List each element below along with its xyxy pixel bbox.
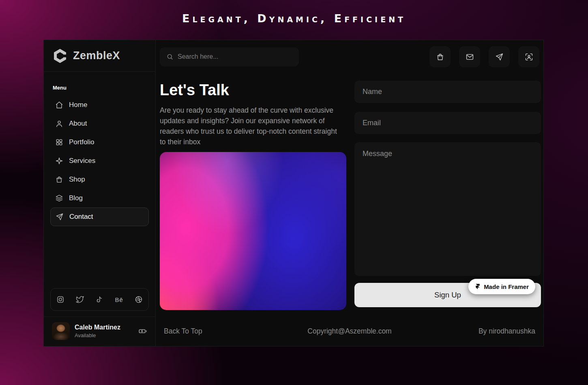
name-field[interactable] bbox=[354, 81, 541, 103]
mail-icon bbox=[466, 53, 474, 61]
copyright-text: Copyright@Aszemble.com bbox=[273, 327, 426, 336]
menu-section-label: Menu bbox=[53, 85, 149, 91]
sidebar-item-contact[interactable]: Contact bbox=[50, 207, 149, 226]
mail-button[interactable] bbox=[459, 46, 480, 67]
sidebar: ZembleX Menu Home About Portfolio bbox=[44, 40, 156, 346]
framer-logo-icon bbox=[475, 284, 481, 289]
email-field[interactable] bbox=[354, 112, 541, 134]
instagram-icon[interactable] bbox=[56, 295, 64, 304]
sidebar-item-label: Services bbox=[69, 157, 95, 165]
dribbble-icon[interactable] bbox=[135, 295, 143, 304]
user-profile: Caleb Martinez Available bbox=[44, 317, 155, 346]
search-box bbox=[160, 47, 299, 66]
sidebar-header: ZembleX bbox=[44, 40, 155, 72]
sidebar-item-blog[interactable]: Blog bbox=[50, 189, 149, 207]
brand-name: ZembleX bbox=[73, 49, 120, 62]
credit-text: By nirodhanushka bbox=[426, 327, 535, 336]
sidebar-item-shop[interactable]: Shop bbox=[50, 170, 149, 189]
submit-area: Sign Up Made in Framer bbox=[354, 283, 541, 307]
profile-status: Available bbox=[75, 332, 120, 338]
user-icon bbox=[55, 120, 63, 128]
sidebar-item-services[interactable]: Services bbox=[50, 152, 149, 170]
layers-icon bbox=[55, 194, 63, 202]
topbar bbox=[160, 46, 540, 67]
scan-user-button[interactable] bbox=[518, 46, 539, 67]
made-in-framer-badge[interactable]: Made in Framer bbox=[468, 279, 535, 294]
topbar-actions bbox=[429, 46, 539, 67]
contact-form: Sign Up Made in Framer bbox=[354, 81, 541, 310]
sidebar-item-about[interactable]: About bbox=[50, 114, 149, 133]
send-icon bbox=[495, 53, 504, 61]
footer: Back To Top Copyright@Aszemble.com By ni… bbox=[160, 327, 540, 346]
home-icon bbox=[55, 101, 63, 109]
search-input[interactable] bbox=[178, 53, 292, 60]
sidebar-item-home[interactable]: Home bbox=[50, 96, 149, 114]
behance-icon[interactable]: Bē bbox=[115, 295, 123, 304]
twitter-icon[interactable] bbox=[76, 295, 84, 304]
social-links: Bē bbox=[50, 288, 149, 311]
send-icon bbox=[56, 213, 64, 221]
hero-gradient-image bbox=[160, 152, 346, 310]
main-content: Let's Talk Are you ready to stay ahead o… bbox=[156, 40, 543, 346]
battery-icon bbox=[138, 327, 147, 336]
sidebar-item-label: Blog bbox=[69, 194, 83, 202]
avatar bbox=[52, 322, 70, 340]
badge-label: Made in Framer bbox=[484, 283, 529, 290]
sidebar-item-label: About bbox=[69, 120, 87, 128]
sidebar-item-label: Home bbox=[69, 101, 87, 109]
cart-button[interactable] bbox=[429, 46, 451, 67]
page-title: Let's Talk bbox=[160, 81, 346, 99]
tiktok-icon[interactable] bbox=[95, 295, 103, 304]
send-button[interactable] bbox=[489, 46, 510, 67]
sidebar-item-label: Portfolio bbox=[69, 138, 94, 146]
sidebar-menu: Menu Home About Portfolio bbox=[44, 72, 155, 226]
sidebar-item-label: Contact bbox=[69, 213, 93, 221]
sparkle-icon bbox=[55, 157, 63, 165]
sidebar-item-label: Shop bbox=[69, 175, 85, 184]
intro-column: Let's Talk Are you ready to stay ahead o… bbox=[160, 81, 346, 310]
back-to-top-link[interactable]: Back To Top bbox=[164, 327, 273, 336]
search-icon bbox=[166, 53, 174, 60]
bag-icon bbox=[55, 175, 63, 184]
scan-user-icon bbox=[525, 53, 533, 61]
bag-icon bbox=[436, 53, 444, 61]
content-area: Let's Talk Are you ready to stay ahead o… bbox=[160, 81, 540, 310]
profile-name: Caleb Martinez bbox=[75, 324, 120, 331]
grid-icon bbox=[55, 138, 63, 146]
page-tagline: Elegant, Dynamic, Efficient bbox=[0, 12, 588, 25]
brand-logo-icon bbox=[52, 48, 68, 64]
sidebar-item-portfolio[interactable]: Portfolio bbox=[50, 133, 149, 152]
page-description: Are you ready to stay ahead of the curve… bbox=[160, 105, 345, 147]
app-window: ZembleX Menu Home About Portfolio bbox=[43, 40, 544, 346]
message-field[interactable] bbox=[354, 142, 541, 276]
